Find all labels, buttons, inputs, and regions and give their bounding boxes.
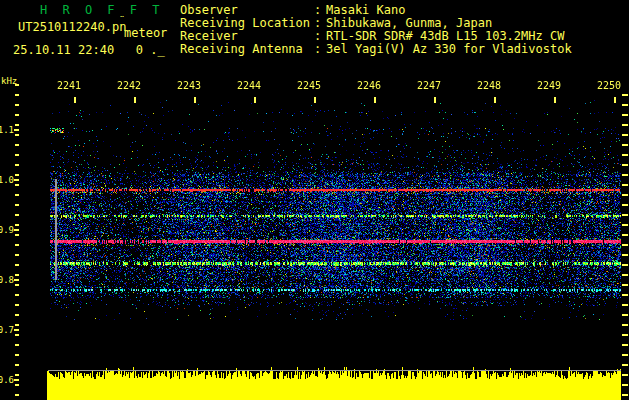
right-edge-tick bbox=[622, 374, 628, 376]
freq-minor-tick bbox=[15, 144, 19, 146]
field-value: RTL-SDR SDR# 43dB L15 103.2MHz CW bbox=[326, 29, 564, 43]
freq-minor-tick bbox=[15, 284, 19, 286]
right-edge-tick bbox=[622, 364, 628, 366]
freq-major-tick bbox=[14, 179, 19, 181]
right-edge-tick bbox=[622, 284, 628, 286]
freq-minor-tick bbox=[15, 364, 19, 366]
freq-minor-tick bbox=[15, 234, 19, 236]
freq-label: 0.9 bbox=[0, 225, 14, 235]
right-edge-tick bbox=[622, 394, 628, 396]
freq-major-tick bbox=[14, 379, 19, 381]
time-tick bbox=[614, 97, 616, 103]
right-edge-tick bbox=[622, 174, 628, 176]
freq-major-tick bbox=[14, 279, 19, 281]
freq-minor-tick bbox=[15, 294, 19, 296]
time-label: 2242 bbox=[117, 80, 141, 91]
freq-minor-tick bbox=[15, 244, 19, 246]
freq-minor-tick bbox=[15, 224, 19, 226]
filename-overlap-dots: ¨ bbox=[119, 15, 125, 26]
right-edge-tick bbox=[622, 134, 628, 136]
right-edge-tick bbox=[622, 184, 628, 186]
signal-strip-canvas bbox=[47, 366, 621, 400]
freq-minor-tick bbox=[15, 264, 19, 266]
right-edge-tick bbox=[622, 194, 628, 196]
freq-label: 1.0 bbox=[0, 175, 14, 185]
field-colon: : bbox=[314, 42, 321, 56]
field-label: Receiver bbox=[180, 29, 314, 43]
right-edge-tick bbox=[622, 214, 628, 216]
freq-label: 0.8 bbox=[0, 275, 14, 285]
freq-major-tick bbox=[14, 329, 19, 331]
right-edge-tick bbox=[622, 294, 628, 296]
right-edge-tick bbox=[622, 274, 628, 276]
freq-minor-tick bbox=[15, 214, 19, 216]
time-label: 2243 bbox=[177, 80, 201, 91]
right-edge-tick bbox=[622, 324, 628, 326]
freq-minor-tick bbox=[15, 314, 19, 316]
field-receiving-location: Receiving Location:Shibukawa, Gunma, Jap… bbox=[180, 16, 492, 30]
time-tick bbox=[554, 97, 556, 103]
field-value: 3el Yagi(V) Az 330 for Vladivostok bbox=[326, 42, 572, 56]
hrofft-screen: H R O F F T UT2510112240.pn ¨ meteor 25.… bbox=[0, 0, 629, 400]
freq-minor-tick bbox=[15, 334, 19, 336]
datetime-counter: 25.10.11 22:40 0 ._ bbox=[13, 43, 165, 57]
freq-major-tick bbox=[14, 229, 19, 231]
field-receiving-antenna: Receiving Antenna:3el Yagi(V) Az 330 for… bbox=[180, 42, 572, 56]
time-tick bbox=[494, 97, 496, 103]
time-tick bbox=[254, 97, 256, 103]
freq-minor-tick bbox=[15, 304, 19, 306]
time-label: 2249 bbox=[537, 80, 561, 91]
output-filename: UT2510112240.pn bbox=[18, 20, 126, 34]
freq-minor-tick bbox=[15, 274, 19, 276]
right-edge-tick bbox=[622, 204, 628, 206]
freq-label: 0.7 bbox=[0, 325, 14, 335]
field-colon: : bbox=[314, 29, 321, 43]
freq-minor-tick bbox=[15, 324, 19, 326]
freq-major-tick bbox=[14, 129, 19, 131]
right-edge-tick bbox=[622, 164, 628, 166]
app-title: H R O F F T bbox=[40, 3, 163, 17]
freq-minor-tick bbox=[15, 194, 19, 196]
freq-minor-tick bbox=[15, 134, 19, 136]
freq-minor-tick bbox=[15, 124, 19, 126]
freq-minor-tick bbox=[15, 354, 19, 356]
right-edge-tick bbox=[622, 254, 628, 256]
freq-minor-tick bbox=[15, 374, 19, 376]
right-edge-tick bbox=[622, 234, 628, 236]
right-edge-tick bbox=[622, 264, 628, 266]
right-edge-tick bbox=[622, 384, 628, 386]
field-colon: : bbox=[314, 3, 321, 17]
field-value: Masaki Kano bbox=[326, 3, 405, 17]
right-edge-tick bbox=[622, 314, 628, 316]
right-edge-tick bbox=[622, 344, 628, 346]
field-label: Receiving Location bbox=[180, 16, 314, 30]
field-value: Shibukawa, Gunma, Japan bbox=[326, 16, 492, 30]
time-label: 2247 bbox=[417, 80, 441, 91]
right-edge-tick bbox=[622, 144, 628, 146]
time-label: 2241 bbox=[57, 80, 81, 91]
freq-minor-tick bbox=[15, 344, 19, 346]
field-receiver: Receiver:RTL-SDR SDR# 43dB L15 103.2MHz … bbox=[180, 29, 564, 43]
field-label: Observer bbox=[180, 3, 314, 17]
station-tag: meteor bbox=[124, 26, 167, 40]
grey-reference-line bbox=[55, 179, 57, 280]
field-observer: Observer:Masaki Kano bbox=[180, 3, 405, 17]
time-label: 2246 bbox=[357, 80, 381, 91]
right-edge-tick bbox=[622, 124, 628, 126]
time-tick bbox=[134, 97, 136, 103]
freq-minor-tick bbox=[15, 184, 19, 186]
right-edge-tick bbox=[622, 104, 628, 106]
freq-minor-tick bbox=[15, 84, 19, 86]
freq-minor-tick bbox=[15, 204, 19, 206]
freq-minor-tick bbox=[15, 114, 19, 116]
time-tick bbox=[194, 97, 196, 103]
right-edge-tick bbox=[622, 244, 628, 246]
freq-minor-tick bbox=[15, 394, 19, 396]
right-edge-tick bbox=[622, 114, 628, 116]
freq-minor-tick bbox=[15, 384, 19, 386]
right-edge-tick bbox=[622, 334, 628, 336]
time-tick bbox=[434, 97, 436, 103]
time-label: 2245 bbox=[297, 80, 321, 91]
freq-minor-tick bbox=[15, 254, 19, 256]
field-label: Receiving Antenna bbox=[180, 42, 314, 56]
